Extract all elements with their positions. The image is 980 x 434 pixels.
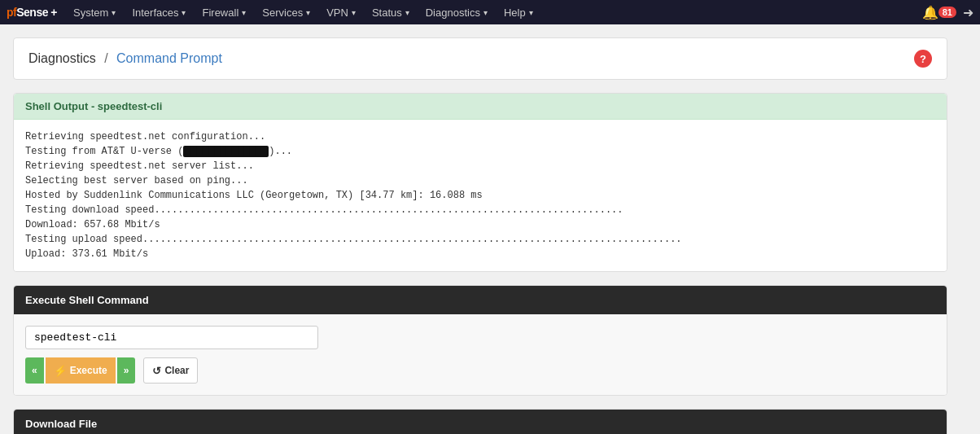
notification-bell[interactable]: 🔔 81: [922, 5, 956, 20]
execute-command-section: Execute Shell Command « ⚡ Execute » ↺ Cl…: [13, 285, 947, 396]
navbar-right: 🔔 81 ➜: [922, 5, 973, 20]
download-file-header: Download File: [14, 410, 947, 434]
next-command-button[interactable]: »: [117, 357, 136, 384]
chevron-down-icon: ▾: [112, 8, 116, 17]
shell-output-content: Retrieving speedtest.net configuration..…: [14, 120, 947, 271]
download-file-section: Download File: [13, 409, 947, 434]
prev-command-button[interactable]: «: [25, 357, 44, 384]
logout-icon[interactable]: ➜: [963, 5, 973, 20]
redacted-ip: ██████████████: [183, 146, 269, 157]
breadcrumb-parent: Diagnostics: [28, 51, 96, 65]
nav-status[interactable]: Status ▾: [364, 0, 418, 24]
page-header: Diagnostics / Command Prompt ?: [13, 37, 947, 80]
breadcrumb-separator: /: [104, 51, 107, 65]
chevron-down-icon: ▾: [529, 8, 533, 17]
nav-system[interactable]: System ▾: [65, 0, 124, 24]
command-buttons: « ⚡ Execute » ↺ Clear: [25, 357, 935, 384]
brand-logo[interactable]: pfSense +: [7, 6, 57, 19]
nav-firewall[interactable]: Firewall ▾: [194, 0, 254, 24]
main-content: Diagnostics / Command Prompt ? Shell Out…: [0, 24, 960, 434]
top-navbar: pfSense + System ▾ Interfaces ▾ Firewall…: [0, 0, 980, 24]
execute-command-body: « ⚡ Execute » ↺ Clear: [14, 314, 947, 395]
chevron-down-icon: ▾: [483, 8, 488, 17]
help-button[interactable]: ?: [914, 50, 932, 68]
breadcrumb: Diagnostics / Command Prompt: [28, 51, 222, 66]
chevron-down-icon: ▾: [182, 8, 186, 17]
chevron-down-icon: ▾: [306, 8, 310, 17]
reset-icon: ↺: [152, 365, 161, 377]
shell-output-section: Shell Output - speedtest-cli Retrieving …: [13, 93, 947, 272]
bell-icon: 🔔: [922, 5, 938, 20]
nav-vpn[interactable]: VPN ▾: [318, 0, 364, 24]
chevron-down-icon: ▾: [242, 8, 246, 17]
breadcrumb-current: Command Prompt: [116, 51, 222, 65]
chevron-down-icon: ▾: [405, 8, 409, 17]
nav-interfaces[interactable]: Interfaces ▾: [124, 0, 194, 24]
shell-output-header: Shell Output - speedtest-cli: [14, 94, 947, 120]
execute-button[interactable]: ⚡ Execute: [46, 357, 116, 384]
nav-diagnostics[interactable]: Diagnostics ▾: [418, 0, 496, 24]
chevron-down-icon: ▾: [352, 8, 356, 17]
nav-help[interactable]: Help ▾: [496, 0, 541, 24]
command-input[interactable]: [25, 326, 318, 349]
execute-command-header: Execute Shell Command: [14, 286, 947, 314]
notification-badge: 81: [938, 7, 956, 18]
nav-services[interactable]: Services ▾: [254, 0, 318, 24]
brand-name: pfSense +: [7, 6, 57, 19]
lightning-icon: ⚡: [54, 365, 67, 377]
clear-button[interactable]: ↺ Clear: [143, 357, 198, 384]
